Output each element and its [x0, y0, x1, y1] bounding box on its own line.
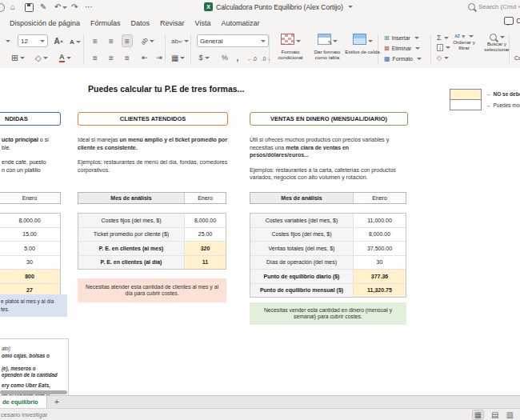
decrease-indent-button[interactable]: ⇤ — [139, 51, 150, 64]
undo-button[interactable]: ↶ — [54, 2, 67, 12]
increase-indent-button[interactable]: ⇥ — [154, 51, 165, 64]
tab-automatizar[interactable]: Automatizar — [221, 19, 259, 27]
cell-value[interactable]: 11 — [184, 256, 226, 270]
redo-button[interactable]: ↷ — [71, 2, 78, 12]
align-center-button[interactable]: ≡ — [106, 51, 117, 64]
wrap-text-button[interactable]: ab↩ — [171, 34, 189, 47]
search-icon — [468, 3, 475, 10]
page-break-view-button[interactable]: ▥ — [506, 410, 514, 419]
cell-value[interactable]: 25.00 — [184, 228, 226, 242]
page-layout-view-button[interactable]: ▤ — [491, 410, 498, 419]
borders-button[interactable]: ⊞ — [11, 51, 25, 64]
cell-value[interactable]: 30 — [0, 256, 60, 270]
middle-month-bar[interactable]: Mes de análisis Enero — [78, 192, 226, 204]
normal-view-icon: ▦ — [474, 410, 482, 419]
percent-format-button[interactable]: % — [219, 51, 230, 64]
horizontal-scrollbar-thumb[interactable] — [0, 390, 67, 394]
conditional-formatting-label: Formato condicional — [272, 50, 309, 61]
left-table[interactable]: 8,000.00 15.00 5.00 30 800 27 — [0, 213, 61, 298]
delete-cells-button[interactable]: ⊠Eliminar — [384, 45, 420, 52]
cell-value[interactable]: 8,000.00 — [0, 214, 60, 227]
home-button[interactable]: ⌂ — [10, 2, 15, 12]
chevron-down-icon — [20, 57, 25, 59]
cell-label[interactable]: Ticket promedio por cliente ($) — [78, 228, 184, 242]
merge-center-button[interactable]: ▦ — [171, 51, 185, 64]
cell-value[interactable]: 15.00 — [0, 228, 60, 242]
comma-format-button[interactable]: , — [232, 51, 243, 64]
decrease-font-button[interactable]: A — [70, 35, 81, 48]
cell-value[interactable]: 8,000.00 — [184, 214, 226, 227]
conditional-formatting-button[interactable]: Formato condicional — [272, 34, 309, 61]
format-as-table-button[interactable]: ✎ Dar formato como tabla — [309, 34, 346, 61]
clear-button[interactable]: ◇ — [437, 54, 449, 62]
cell-value[interactable]: 37,500.00 — [353, 242, 406, 255]
right-month-label-cell[interactable]: Mes de análisis — [250, 193, 353, 203]
comments-button[interactable]: Co — [504, 17, 520, 25]
insert-cells-button[interactable]: ⊞Insertar — [384, 34, 419, 42]
grow-font-icon: A — [54, 37, 59, 46]
tab-formulas[interactable]: Fórmulas — [90, 19, 121, 27]
tab-revisar[interactable]: Revisar — [160, 19, 185, 27]
cell-value[interactable]: 11,320.75 — [353, 284, 406, 298]
right-table[interactable]: Costes variables (del mes, $)11,000.00 C… — [250, 213, 406, 298]
cell-value[interactable]: 377.36 — [353, 270, 406, 283]
fill-color-button[interactable]: ◇ — [35, 51, 48, 64]
cell-value[interactable]: 5.00 — [0, 242, 60, 255]
format-cells-button[interactable]: ▦Formato — [384, 55, 422, 62]
cell-label[interactable]: Punto de equilibrio mensual ($) — [250, 284, 353, 298]
find-select-button[interactable]: Buscar y seleccionar — [478, 34, 515, 53]
more-commands-button[interactable]: ⋯ — [85, 2, 93, 12]
tab-disposicion[interactable]: Disposición de página — [10, 19, 80, 27]
document-title-menu[interactable]: X Calculadora Punto Equilibrio (Alex Cor… — [204, 2, 353, 11]
left-month-bar[interactable]: Enero — [0, 192, 61, 204]
font-size-combo[interactable]: 12 — [18, 34, 48, 47]
search-box[interactable]: Search (Cmd + — [468, 3, 520, 10]
font-color-button[interactable]: A — [59, 51, 71, 64]
normal-view-button[interactable]: ▦ — [472, 410, 484, 420]
cell-value[interactable]: 11,000.00 — [353, 214, 406, 227]
indent-left-icon: ⇤ — [142, 54, 148, 62]
cell-value[interactable]: 800 — [0, 270, 60, 283]
cell-value[interactable]: 320 — [184, 242, 226, 255]
align-top-button[interactable]: ≡ — [90, 34, 101, 47]
right-month-bar[interactable]: Mes de análisis Enero — [250, 192, 406, 204]
middle-table[interactable]: Costes fijos (del mes, $)8,000.00 Ticket… — [78, 213, 226, 270]
tab-vista[interactable]: Vista — [195, 19, 211, 27]
save-button[interactable] — [25, 3, 34, 14]
cell-label[interactable]: Punto de equilibrio diario ($) — [250, 270, 353, 283]
orientation-button[interactable]: ab — [141, 34, 154, 47]
increase-font-button[interactable]: A — [53, 34, 64, 47]
increase-decimal-button[interactable]: ←.0 — [246, 52, 258, 65]
save-icon — [25, 3, 34, 12]
cell-label[interactable]: Costes variables (del mes, $) — [250, 214, 353, 227]
cell-label[interactable]: Días de operación (del mes) — [250, 256, 353, 270]
decrease-decimal-button[interactable]: .0→ — [261, 52, 272, 65]
sheet-tab-active[interactable]: de equilibrio — [0, 396, 47, 408]
cell-label[interactable]: P. E. en clientes (al día) — [78, 256, 184, 270]
middle-month-value-cell[interactable]: Enero — [184, 193, 226, 203]
add-sheet-button[interactable]: + — [51, 397, 62, 407]
align-right-button[interactable]: ≡ — [122, 51, 133, 64]
align-left-button[interactable]: ≡ — [90, 51, 101, 64]
middle-month-label-cell[interactable]: Mes de análisis — [78, 193, 184, 203]
cell-label[interactable]: Costes fijos (del mes, $) — [250, 228, 353, 242]
cell-styles-button[interactable]: Estilos de celda — [344, 34, 381, 55]
autosum-button[interactable]: Σ — [437, 34, 449, 42]
edit-button[interactable]: ✎ — [40, 2, 46, 12]
cell-label[interactable]: Costes fijos (del mes, $) — [78, 214, 184, 227]
ribbon-cut-label: Co — [514, 55, 520, 61]
sort-filter-button[interactable]: AZ▼ Ordenar y filtrar — [448, 34, 480, 51]
cell-value[interactable]: 30 — [353, 256, 406, 270]
worksheet[interactable]: Puedes calcular tu P.E de tres formas...… — [0, 68, 520, 395]
tab-datos[interactable]: Datos — [131, 19, 150, 27]
left-month-value-cell[interactable]: Enero — [0, 193, 60, 203]
align-bottom-button[interactable]: ≡ — [122, 34, 133, 47]
cell-value[interactable]: 8,000.00 — [353, 228, 406, 242]
align-middle-button[interactable]: ≡ — [106, 34, 117, 47]
right-month-value-cell[interactable]: Enero — [353, 193, 406, 203]
currency-format-button[interactable]: $ — [198, 51, 210, 64]
cell-label[interactable]: P. E. en clientes (al mes) — [78, 242, 184, 255]
cell-label[interactable]: Ventas totales (del mes, $) — [250, 242, 353, 255]
number-format-combo[interactable]: General — [197, 34, 269, 47]
font-name-combo[interactable] — [2, 34, 13, 47]
